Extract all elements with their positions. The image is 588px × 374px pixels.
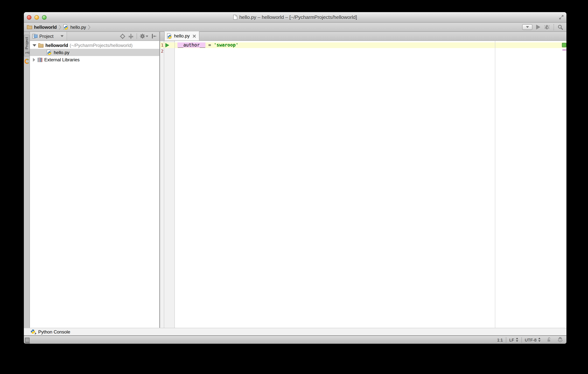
error-stripe-mark [562,49,567,51]
tab-hello-py[interactable]: hello.py [164,32,200,41]
run-line-marker-icon[interactable] [165,43,169,47]
expanded-arrow-icon[interactable] [32,44,36,46]
project-view-label: Project [39,33,53,39]
window-title: hello.py – helloworld – [~/PycharmProjec… [239,14,357,20]
gutter-markers [164,41,175,328]
toolwindow-toggle-icon[interactable] [25,337,30,342]
zoom-traffic-icon[interactable] [42,15,47,20]
project-toolwindow-tab[interactable]: 1: Project [24,34,30,57]
python-console-button[interactable]: Python Console [31,329,70,334]
python-file-icon [167,33,172,39]
screen-background: hello.py – helloworld – [~/PycharmProjec… [0,0,588,374]
navigation-bar: helloworld hello.py [24,23,567,32]
encoding-widget[interactable]: UTF-8 [522,336,544,344]
libraries-icon [37,57,42,62]
collapsed-arrow-icon[interactable] [33,58,35,62]
line-number: 2 [160,48,163,54]
breadcrumb-item-hello-py[interactable]: hello.py [70,24,86,30]
hector-inspector-icon[interactable] [554,336,564,344]
project-root-path: (~/PycharmProjects/helloworld) [70,43,133,48]
pycharm-window: hello.py – helloworld – [~/PycharmProjec… [24,12,567,344]
titlebar[interactable]: hello.py – helloworld – [~/PycharmProjec… [24,12,567,23]
locate-target-icon[interactable] [120,33,125,39]
project-view-icon [32,34,37,39]
folder-icon [27,25,32,29]
token-operator: = [206,43,214,48]
token-author: __author__ [178,43,206,48]
dropdown-arrow-icon [61,35,64,37]
traffic-lights [27,12,47,22]
gutter-line-numbers [160,41,164,328]
run-button[interactable] [536,25,540,30]
status-bar: 1:1 LF UTF-8 [24,336,567,344]
debug-bug-icon[interactable] [544,25,550,30]
editor-tab-bar: hello.py [160,32,567,41]
project-panel: Project [30,32,160,328]
pycharm-logo-icon [24,59,29,64]
python-file-icon [63,24,68,30]
inspection-ok-icon[interactable] [562,43,567,47]
close-traffic-icon[interactable] [27,15,32,20]
line-separator-widget[interactable]: LF [506,336,521,344]
caret-position-widget[interactable]: 1:1 [494,336,506,344]
code-line-1: __author__ = 'swaroop' [178,43,238,48]
minimize-traffic-icon[interactable] [34,15,39,20]
tree-row-external-libraries[interactable]: External Libraries [30,56,159,63]
gear-icon[interactable] [140,34,148,39]
right-margin-guide [495,41,495,328]
tree-row-helloworld[interactable]: helloworld (~/PycharmProjects/helloworld… [30,42,159,49]
hide-panel-icon[interactable] [151,34,156,39]
code-editor[interactable]: 1 2 __author__ = 'swaroop' [160,41,567,328]
unlocked-icon[interactable] [544,336,554,344]
token-string: 'swaroop' [214,43,238,48]
toolwindow-stripe: 1: Project [24,32,30,328]
updown-arrows-icon [538,338,541,342]
breadcrumb-chevron-icon [88,24,91,30]
run-config-dropdown[interactable] [522,24,532,30]
line-number: 1 [160,43,163,48]
tab-label: hello.py [174,33,190,39]
toolbar-separator [554,24,554,30]
editor-area: hello.py 1 2 [160,32,567,328]
python-console-label: Python Console [38,329,70,334]
python-console-icon [31,329,36,334]
breadcrumb-item-helloworld[interactable]: helloworld [34,24,57,30]
collapse-all-icon[interactable] [128,33,134,39]
breadcrumb: helloworld hello.py [27,24,91,30]
tab-close-icon[interactable] [193,34,196,38]
python-file-icon [47,50,52,55]
bottom-toolwindow-bar: Python Console [24,328,567,336]
main-area: 1: Project [24,32,567,328]
updown-arrows-icon [516,338,518,342]
folder-icon [38,43,43,47]
project-view-selector[interactable]: Project [30,32,67,41]
tree-row-hello-py[interactable]: hello.py [30,49,159,56]
breadcrumb-chevron-icon [59,24,61,30]
project-panel-header: Project [30,32,159,41]
project-tree: helloworld (~/PycharmProjects/helloworld… [30,41,159,328]
search-icon[interactable] [558,24,563,30]
document-proxy-icon[interactable] [233,15,237,20]
header-separator [136,33,137,39]
fullscreen-icon[interactable] [559,15,564,20]
